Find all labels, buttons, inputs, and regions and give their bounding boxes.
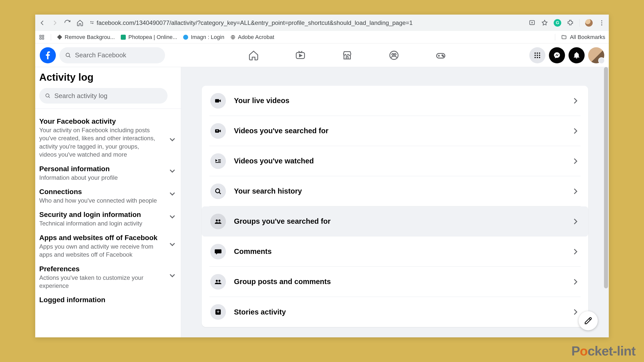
- search-icon: [210, 184, 226, 199]
- watermark: Pocket-lint: [571, 343, 635, 358]
- nav-gaming-icon[interactable]: [435, 50, 447, 61]
- scrollbar-thumb[interactable]: [604, 67, 608, 288]
- activity-row-groups-searched[interactable]: Groups you've searched for: [202, 206, 588, 237]
- sidebar-item-preferences[interactable]: Preferences Actions you've taken to cust…: [39, 262, 177, 293]
- forward-button[interactable]: [51, 19, 58, 26]
- chevron-right-icon: [571, 278, 580, 286]
- toolbar-right: G: [529, 19, 605, 27]
- bookmark-remove-background[interactable]: Remove Backgrou...: [57, 34, 115, 40]
- activity-row-videos-watched[interactable]: Videos you've watched: [209, 146, 581, 176]
- activity-row-group-posts[interactable]: Group posts and comments: [209, 267, 581, 297]
- home-button[interactable]: [76, 19, 84, 26]
- svg-point-11: [66, 53, 69, 57]
- extensions-icon[interactable]: [567, 19, 574, 26]
- compose-fab[interactable]: [579, 311, 598, 330]
- messenger-button[interactable]: [549, 47, 565, 63]
- svg-rect-34: [218, 161, 221, 161]
- bookmark-label: Adobe Acrobat: [238, 34, 274, 40]
- svg-point-4: [601, 22, 602, 23]
- svg-point-40: [218, 280, 220, 282]
- bookmark-label: Remove Backgrou...: [65, 34, 115, 40]
- sidebar-item-connections[interactable]: Connections Who and how you've connected…: [39, 185, 177, 208]
- activity-list-card: Your live videos Videos you've searched …: [202, 86, 588, 327]
- chevron-down-icon: [168, 240, 177, 249]
- chevron-right-icon: [571, 247, 580, 256]
- bookmark-star-icon[interactable]: [541, 19, 548, 26]
- facebook-body: Activity log Search activity log Your Fa…: [35, 67, 609, 337]
- chrome-profile-avatar[interactable]: [585, 19, 593, 27]
- activity-row-search-history[interactable]: Your search history: [209, 176, 581, 206]
- svg-rect-6: [40, 35, 41, 37]
- apps-grid-icon[interactable]: [39, 34, 45, 40]
- nav-groups-icon[interactable]: [388, 50, 400, 61]
- activity-row-comments[interactable]: Comments: [209, 237, 581, 267]
- sidebar-item-desc: Actions you've taken to customize your e…: [39, 274, 157, 290]
- activity-row-label: Videos you've watched: [234, 157, 563, 165]
- svg-point-36: [216, 189, 220, 193]
- bookmark-imagn[interactable]: Imagn : Login: [183, 34, 224, 40]
- nav-marketplace-icon[interactable]: [341, 50, 353, 61]
- all-bookmarks-button[interactable]: All Bookmarks: [561, 34, 605, 40]
- sidebar-item-title: Personal information: [39, 165, 166, 173]
- bookmark-label: Photopea | Online...: [128, 34, 177, 40]
- sidebar-item-facebook-activity[interactable]: Your Facebook activity Your activity on …: [39, 114, 177, 162]
- svg-point-24: [539, 55, 540, 56]
- browser-window: facebook.com/1340490077/allactivity/?cat…: [35, 15, 609, 337]
- address-bar[interactable]: facebook.com/1340490077/allactivity/?cat…: [89, 19, 523, 26]
- svg-point-1: [92, 23, 93, 24]
- svg-rect-7: [42, 35, 44, 37]
- account-avatar[interactable]: [588, 47, 604, 63]
- all-bookmarks-label: All Bookmarks: [570, 34, 605, 40]
- sidebar-item-title: Security and login information: [39, 211, 166, 219]
- sidebar-item-security[interactable]: Security and login information Technical…: [39, 208, 177, 231]
- sidebar-item-desc: Technical information and login activity: [39, 219, 157, 228]
- back-button[interactable]: [39, 19, 46, 26]
- bookmark-adobe-acrobat[interactable]: Adobe Acrobat: [230, 34, 274, 40]
- install-app-icon[interactable]: [529, 19, 536, 26]
- chevron-down-icon: [168, 212, 177, 221]
- activity-row-label: Comments: [234, 247, 563, 256]
- site-settings-icon[interactable]: [89, 20, 95, 26]
- reload-button[interactable]: [64, 19, 71, 26]
- browser-toolbar: facebook.com/1340490077/allactivity/?cat…: [35, 15, 609, 31]
- chevron-right-icon: [571, 187, 580, 196]
- svg-point-22: [535, 55, 536, 56]
- sidebar-search[interactable]: Search activity log: [39, 88, 168, 104]
- notifications-button[interactable]: [569, 47, 585, 63]
- svg-point-19: [535, 52, 536, 54]
- bookmark-label: Imagn : Login: [191, 34, 224, 40]
- svg-rect-9: [42, 38, 44, 39]
- activity-row-stories[interactable]: Stories activity: [209, 297, 581, 327]
- chevron-right-icon: [571, 127, 580, 135]
- svg-rect-32: [217, 130, 217, 131]
- sidebar-item-logged-info[interactable]: Logged information: [39, 293, 177, 307]
- sidebar-item-apps-websites[interactable]: Apps and websites off of Facebook Apps y…: [39, 231, 177, 262]
- facebook-logo[interactable]: [40, 47, 56, 63]
- nav-home-icon[interactable]: [248, 50, 259, 61]
- chevron-right-icon: [571, 157, 580, 165]
- chrome-menu-icon[interactable]: [598, 19, 605, 26]
- svg-point-18: [443, 56, 444, 57]
- search-icon: [65, 52, 71, 59]
- svg-point-26: [537, 57, 538, 58]
- svg-rect-8: [40, 38, 41, 39]
- page-title: Activity log: [39, 72, 177, 83]
- svg-point-14: [392, 53, 394, 55]
- activity-row-videos-searched[interactable]: Videos you've searched for: [209, 116, 581, 146]
- sidebar-item-title: Apps and websites off of Facebook: [39, 234, 166, 242]
- sidebar-item-personal-info[interactable]: Personal information Information about y…: [39, 162, 177, 185]
- folder-icon: [561, 34, 567, 40]
- comment-icon: [210, 244, 226, 259]
- divider: [579, 19, 580, 27]
- grammarly-extension-icon[interactable]: G: [554, 19, 561, 27]
- menu-grid-button[interactable]: [529, 47, 545, 63]
- activity-row-live-videos[interactable]: Your live videos: [209, 86, 581, 116]
- facebook-search[interactable]: Search Facebook: [59, 47, 165, 63]
- stories-icon: [210, 304, 226, 320]
- svg-point-25: [535, 57, 536, 58]
- facebook-header-right: [529, 47, 604, 63]
- bookmark-photopea[interactable]: Photopea | Online...: [121, 34, 177, 40]
- svg-point-0: [91, 21, 91, 22]
- scrollbar[interactable]: [603, 67, 609, 337]
- nav-watch-icon[interactable]: [295, 50, 306, 61]
